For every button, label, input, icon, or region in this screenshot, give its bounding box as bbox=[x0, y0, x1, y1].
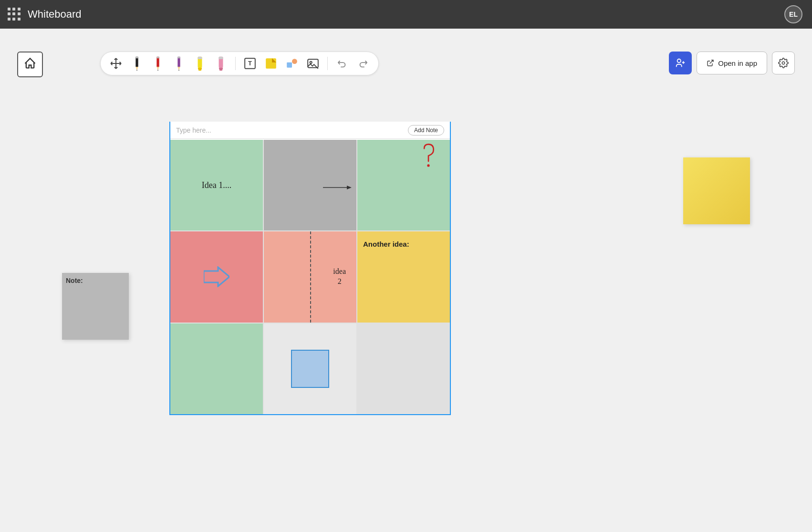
svg-line-26 bbox=[710, 60, 713, 63]
grid-cell-2[interactable] bbox=[264, 140, 356, 230]
blue-rectangle bbox=[291, 350, 329, 388]
header: Whiteboard EL bbox=[0, 0, 812, 29]
sticky-grid: Idea 1.... bbox=[170, 140, 450, 414]
svg-marker-5 bbox=[156, 67, 159, 70]
svg-rect-14 bbox=[198, 57, 202, 59]
svg-rect-11 bbox=[177, 57, 180, 59]
home-button[interactable] bbox=[17, 52, 43, 77]
open-in-app-icon bbox=[707, 59, 714, 67]
open-in-app-label: Open in app bbox=[718, 59, 757, 67]
home-icon bbox=[23, 57, 37, 72]
floating-yellow-note[interactable] bbox=[683, 157, 750, 224]
main-canvas: T bbox=[0, 29, 812, 532]
black-pencil-tool[interactable] bbox=[129, 56, 145, 71]
svg-rect-21 bbox=[287, 63, 292, 68]
svg-marker-9 bbox=[177, 67, 180, 70]
question-mark-icon bbox=[414, 142, 443, 180]
grid-cell-8[interactable] bbox=[264, 323, 356, 414]
settings-icon bbox=[778, 58, 789, 68]
grid-cell-1[interactable]: Idea 1.... bbox=[170, 140, 263, 230]
grid-cell-6[interactable]: Another idea: bbox=[357, 231, 450, 322]
svg-marker-31 bbox=[204, 267, 229, 286]
svg-point-25 bbox=[677, 59, 681, 63]
arrow-right-icon bbox=[323, 183, 352, 192]
svg-point-27 bbox=[782, 62, 785, 64]
svg-rect-23 bbox=[308, 59, 318, 67]
image-tool[interactable] bbox=[305, 56, 321, 71]
svg-rect-20 bbox=[266, 58, 276, 69]
svg-marker-16 bbox=[219, 68, 223, 71]
floating-gray-note[interactable]: Note: bbox=[62, 273, 129, 340]
whiteboard-grid-frame: Type here... Add Note Idea 1.... bbox=[169, 122, 451, 415]
svg-point-24 bbox=[310, 62, 312, 63]
text-tool[interactable]: T bbox=[242, 56, 258, 71]
svg-rect-3 bbox=[135, 57, 138, 59]
toolbar-divider-1 bbox=[235, 57, 236, 70]
avatar[interactable]: EL bbox=[784, 5, 802, 23]
svg-text:T: T bbox=[248, 60, 252, 67]
gray-note-text: Note: bbox=[62, 273, 129, 288]
drawing-toolbar: T bbox=[100, 52, 379, 75]
svg-marker-13 bbox=[198, 68, 202, 71]
grid-cell-3[interactable] bbox=[357, 140, 450, 230]
cell-another-idea-text: Another idea: bbox=[363, 240, 409, 248]
purple-pencil-tool[interactable] bbox=[171, 56, 187, 71]
outline-arrow-right-icon bbox=[204, 266, 229, 287]
grid-placeholder-text[interactable]: Type here... bbox=[176, 126, 211, 134]
apps-icon[interactable] bbox=[8, 8, 21, 21]
svg-rect-17 bbox=[219, 57, 223, 59]
yellow-highlighter-tool[interactable] bbox=[192, 56, 208, 71]
cell-idea2-text: idea2 bbox=[333, 267, 346, 287]
app-title: Whiteboard bbox=[28, 8, 82, 21]
toolbar-divider-2 bbox=[327, 57, 328, 70]
redo-button[interactable] bbox=[355, 56, 371, 71]
cell-idea1-text: Idea 1.... bbox=[202, 180, 231, 190]
top-right-actions: Open in app bbox=[669, 52, 795, 74]
dashed-divider bbox=[310, 231, 311, 322]
grid-cell-7[interactable] bbox=[170, 323, 263, 414]
red-pencil-tool[interactable] bbox=[150, 56, 166, 71]
svg-marker-29 bbox=[347, 186, 352, 189]
svg-point-22 bbox=[292, 59, 297, 64]
grid-frame-header: Type here... Add Note bbox=[170, 122, 450, 139]
svg-marker-1 bbox=[135, 67, 138, 70]
settings-button[interactable] bbox=[772, 52, 795, 74]
sticky-note-tool[interactable] bbox=[263, 56, 279, 71]
svg-point-30 bbox=[427, 164, 429, 167]
open-in-app-button[interactable]: Open in app bbox=[697, 52, 767, 74]
shapes-tool[interactable] bbox=[284, 56, 300, 71]
grid-cell-4[interactable] bbox=[170, 231, 263, 322]
yellow-note-text bbox=[683, 157, 750, 165]
move-tool[interactable] bbox=[108, 56, 124, 71]
add-note-button[interactable]: Add Note bbox=[408, 125, 444, 136]
svg-rect-7 bbox=[156, 57, 159, 59]
collaborate-button[interactable] bbox=[669, 52, 692, 74]
pink-highlighter-tool[interactable] bbox=[213, 56, 229, 71]
grid-cell-5[interactable]: idea2 bbox=[264, 231, 356, 322]
undo-button[interactable] bbox=[334, 56, 350, 71]
